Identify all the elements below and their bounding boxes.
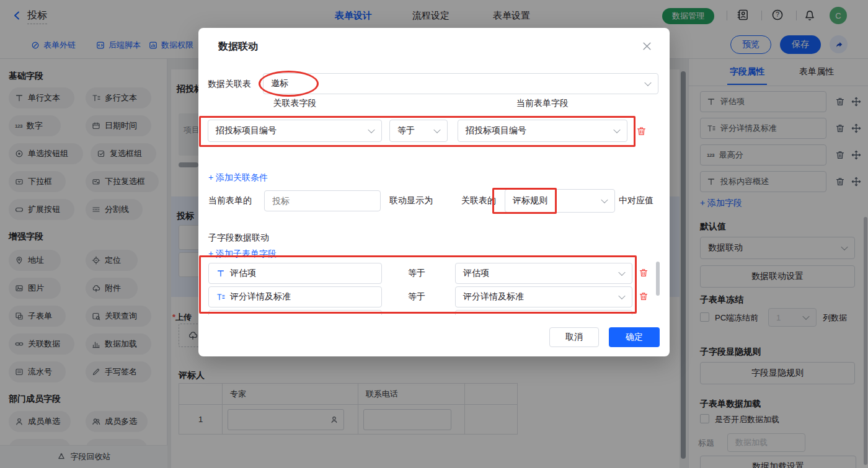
condition-operator-select[interactable]: 等于 bbox=[389, 120, 448, 142]
chevron-down-icon bbox=[618, 293, 625, 299]
subrow-operator: 等于 bbox=[408, 268, 425, 279]
close-icon[interactable] bbox=[642, 42, 652, 53]
subrow-left-field-partial[interactable] bbox=[208, 310, 382, 315]
linked-field-select[interactable]: 评标规则 bbox=[505, 189, 615, 213]
app-root: 投标 表单设计 流程设定 表单设置 数据管理 ? C 表单外链 后端脚本 数据权 bbox=[0, 0, 868, 468]
condition-right-select[interactable]: 招投标项目编号 bbox=[458, 120, 627, 142]
add-subfield-link[interactable]: + 添加子表单字段 bbox=[208, 249, 277, 260]
modal-scrollbar-thumb[interactable] bbox=[656, 262, 660, 296]
subrow-operator: 等于 bbox=[408, 291, 425, 302]
chevron-down-icon bbox=[613, 126, 620, 133]
link-table-label: 数据关联表 bbox=[208, 79, 251, 90]
display-row-prefix: 当前表单的 bbox=[208, 195, 252, 206]
display-row-middle: 联动显示为 bbox=[389, 195, 433, 206]
subfield-rows-viewport: 评估项 等于 评估项 评分详情及标准 等于 评分详情及标准 bbox=[208, 263, 650, 315]
subfield-section-title: 子字段数据联动 bbox=[208, 232, 269, 244]
subrow-left-field[interactable]: 评估项 bbox=[208, 263, 382, 284]
chevron-down-icon bbox=[618, 269, 625, 276]
column-header-left: 关联表字段 bbox=[208, 98, 382, 109]
subrow-right-select[interactable]: 评估项 bbox=[455, 263, 632, 284]
display-row-suffix: 中对应值 bbox=[619, 195, 653, 206]
textarea-icon bbox=[216, 293, 225, 301]
delete-subrow-icon[interactable] bbox=[639, 268, 649, 280]
data-linkage-modal: 数据联动 数据关联表 邀标 关联表字段 当前表单字段 招投标项目编号 等于 招投… bbox=[198, 28, 670, 356]
delete-condition-icon[interactable] bbox=[636, 126, 647, 139]
condition-left-select[interactable]: 招投标项目编号 bbox=[208, 120, 382, 142]
chevron-down-icon bbox=[644, 79, 651, 86]
current-form-field-input[interactable] bbox=[264, 190, 381, 211]
chevron-down-icon bbox=[601, 196, 608, 203]
chevron-down-icon bbox=[368, 126, 374, 133]
text-icon bbox=[216, 269, 225, 278]
subrow-right-select-partial[interactable] bbox=[455, 310, 632, 315]
display-row-tableof: 关联表的 bbox=[461, 195, 496, 206]
modal-title: 数据联动 bbox=[218, 40, 258, 53]
confirm-button[interactable]: 确定 bbox=[609, 327, 660, 347]
add-condition-link[interactable]: + 添加关联条件 bbox=[208, 172, 268, 183]
subrow-right-select[interactable]: 评分详情及标准 bbox=[455, 286, 632, 307]
link-table-select[interactable]: 邀标 bbox=[263, 73, 658, 94]
delete-subrow-icon[interactable] bbox=[639, 291, 649, 304]
column-header-right: 当前表单字段 bbox=[458, 98, 627, 109]
chevron-down-icon bbox=[433, 126, 440, 133]
cancel-button[interactable]: 取消 bbox=[549, 327, 599, 347]
subrow-left-field[interactable]: 评分详情及标准 bbox=[208, 286, 382, 307]
